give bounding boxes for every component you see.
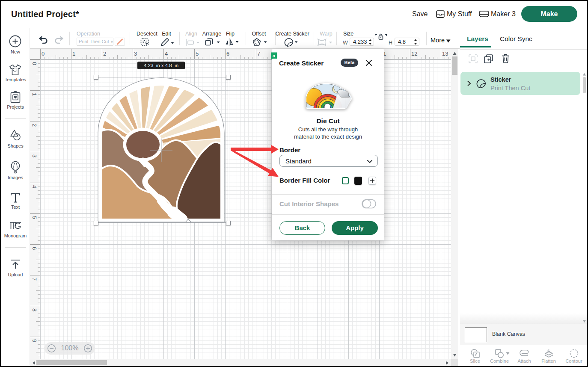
svg-text:a: a	[273, 53, 276, 58]
